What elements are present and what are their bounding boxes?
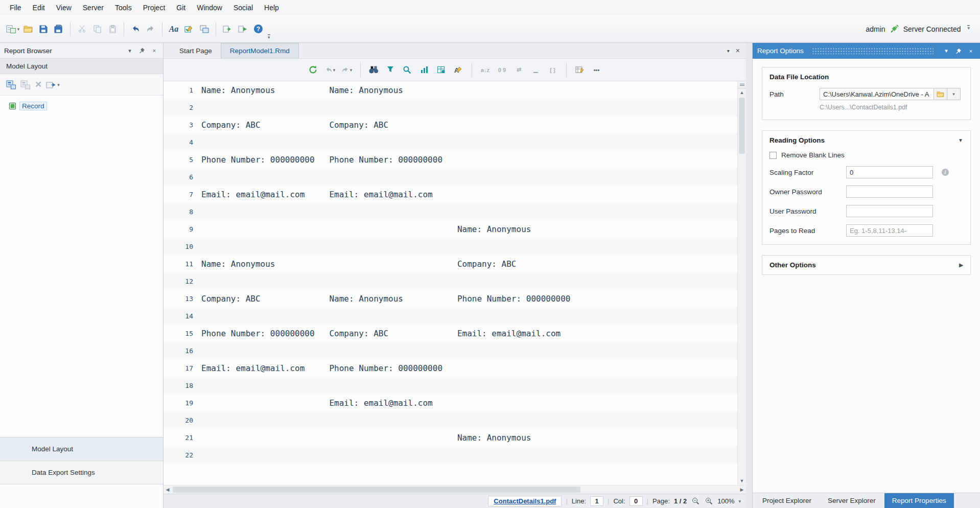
zoom-out-button[interactable] (691, 497, 700, 506)
menu-view[interactable]: View (51, 1, 77, 14)
add-field-button[interactable] (20, 78, 31, 92)
toolbar-separator (70, 22, 71, 36)
scroll-down-icon[interactable]: ▼ (738, 477, 746, 485)
chevron-down-icon[interactable]: ▾ (125, 46, 134, 55)
path-input[interactable] (820, 88, 934, 100)
menu-git[interactable]: Git (171, 1, 191, 14)
editor-undo-button[interactable]: ▾ (323, 62, 337, 78)
group-title[interactable]: Reading Options ▼ (769, 136, 963, 144)
chevron-down-icon[interactable]: ▾ (738, 499, 741, 504)
find-button[interactable] (367, 62, 381, 78)
menu-server[interactable]: Server (77, 1, 109, 14)
line-text: Name: Anonymous Company: ABC (201, 259, 517, 269)
refresh-button[interactable] (306, 62, 320, 78)
close-icon[interactable]: × (150, 46, 159, 55)
create-region-button[interactable] (417, 62, 432, 78)
close-icon[interactable]: × (966, 48, 975, 54)
menu-window[interactable]: Window (191, 1, 228, 14)
edit-table-button[interactable] (573, 62, 587, 78)
add-field-tool-button[interactable] (384, 62, 398, 78)
expand-chevron-icon[interactable]: ▶ (959, 262, 963, 268)
add-record-button[interactable] (6, 78, 16, 92)
auto-parse-button[interactable] (434, 62, 449, 78)
menu-project[interactable]: Project (137, 1, 171, 14)
scaling-factor-input[interactable] (846, 166, 933, 178)
run-button[interactable] (235, 21, 250, 37)
pages-to-read-input[interactable] (846, 224, 933, 237)
zoom-level[interactable]: 100% (717, 497, 734, 505)
brackets-button[interactable]: [ ] (546, 62, 560, 78)
tab-project-explorer[interactable]: Project Explorer (755, 493, 819, 508)
menu-tools[interactable]: Tools (109, 1, 137, 14)
underline-button[interactable]: ▁ (529, 62, 543, 78)
numbering-button[interactable]: 0 9 (495, 62, 509, 78)
collapse-chevron-icon[interactable]: ▼ (958, 137, 963, 143)
toolbar-overflow-icon[interactable]: ▾ (967, 25, 970, 30)
save-button[interactable] (36, 21, 51, 37)
menu-social[interactable]: Social (228, 1, 259, 14)
zoom-in-button[interactable] (704, 497, 713, 506)
chevron-down-icon[interactable]: ▾ (727, 48, 730, 54)
owner-password-input[interactable] (846, 186, 933, 198)
view-model-layout[interactable]: Model Layout (0, 437, 163, 461)
info-button[interactable]: i (941, 168, 949, 176)
undo-button[interactable] (128, 21, 143, 37)
tab-report-properties[interactable]: Report Properties (884, 493, 954, 508)
export-button[interactable] (220, 21, 235, 37)
tab-server-explorer[interactable]: Server Explorer (820, 493, 883, 508)
view-data-export-settings[interactable]: Data Export Settings (0, 461, 163, 484)
more-button[interactable]: ••• (590, 62, 604, 78)
cut-button[interactable] (74, 21, 89, 37)
hscroll-track[interactable] (172, 486, 738, 494)
binoculars-icon (369, 66, 379, 74)
menu-edit[interactable]: Edit (27, 1, 51, 14)
vertical-scrollbar[interactable]: ▲ ▼ (737, 81, 746, 485)
pin-icon[interactable] (137, 46, 147, 55)
source-file-link[interactable]: ContactDetails1.pdf (488, 496, 562, 506)
line-number: 10 (164, 243, 201, 250)
delete-button[interactable]: ✕ (35, 78, 42, 92)
toolbar-overflow-icon[interactable]: ▾ (268, 34, 270, 39)
preview-button[interactable] (197, 21, 212, 37)
font-button[interactable]: Aa (166, 21, 181, 37)
pin-icon[interactable] (954, 48, 963, 54)
paste-button[interactable] (105, 21, 120, 37)
remove-blank-lines-checkbox[interactable] (769, 152, 777, 159)
split-button[interactable]: ⇄ (512, 62, 526, 78)
scroll-up-icon[interactable]: ▲ (738, 88, 746, 97)
redo-button[interactable] (143, 21, 158, 37)
user-password-input[interactable] (846, 205, 933, 217)
close-icon[interactable]: × (736, 47, 740, 55)
browse-folder-button[interactable] (934, 88, 947, 100)
scroll-right-icon[interactable]: ▶ (738, 487, 746, 492)
editor-surface[interactable]: 1Name: Anonymous Name: Anonymous 2 3Comp… (164, 81, 737, 485)
model-layout-tree[interactable]: Record (0, 96, 163, 437)
line-text: Company: ABC Company: ABC (201, 120, 388, 130)
save-all-button[interactable] (51, 21, 66, 37)
sort-az-button[interactable]: a↓z (478, 62, 493, 78)
horizontal-scrollbar[interactable]: ◀ ▶ (164, 485, 746, 494)
open-button[interactable] (20, 21, 36, 37)
auto-create-fields-button[interactable] (401, 62, 415, 78)
editor-redo-button[interactable]: ▾ (340, 62, 354, 78)
path-dropdown-button[interactable]: ▾ (947, 88, 961, 100)
chevron-down-icon[interactable]: ▾ (942, 48, 951, 54)
scroll-left-icon[interactable]: ◀ (164, 487, 172, 492)
hscroll-thumb[interactable] (173, 487, 580, 493)
vscroll-track[interactable] (738, 97, 746, 477)
tab-reportmodel1[interactable]: ReportModel1.Rmd (221, 43, 299, 58)
splitter-handle-icon[interactable] (738, 81, 746, 88)
new-report-button[interactable]: ▾ (5, 21, 20, 37)
export-layout-button[interactable]: ▾ (46, 78, 60, 92)
help-button[interactable]: ? (250, 21, 266, 37)
menu-help[interactable]: Help (259, 1, 285, 14)
menu-file[interactable]: File (4, 1, 27, 14)
verify-fields-button[interactable] (181, 21, 197, 37)
group-title[interactable]: Other Options ▶ (769, 261, 963, 269)
tree-item-record[interactable]: Record (0, 100, 163, 112)
copy-button[interactable] (89, 21, 105, 37)
format-field-button[interactable]: A (451, 62, 465, 78)
panel-splitter[interactable] (746, 43, 752, 508)
vscroll-thumb[interactable] (739, 98, 745, 154)
tab-start-page[interactable]: Start Page (171, 43, 221, 58)
